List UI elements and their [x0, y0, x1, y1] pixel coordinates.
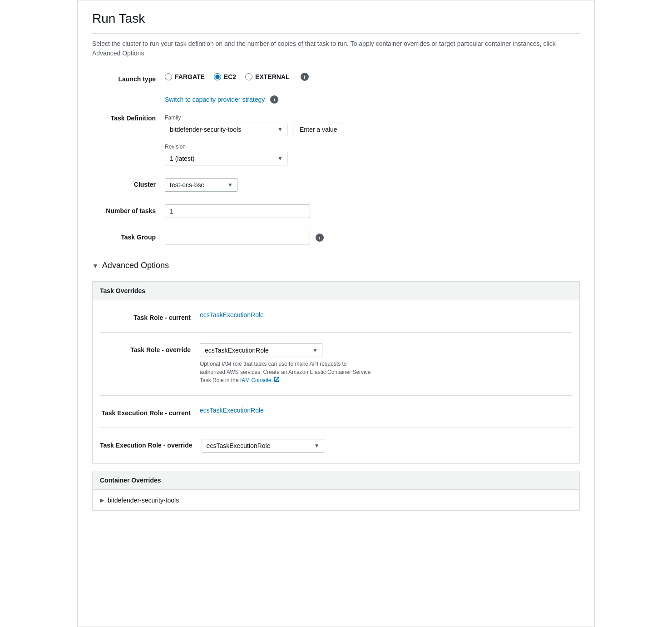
number-of-tasks-row: Number of tasks — [92, 204, 580, 218]
task-exec-role-current-value[interactable]: ecsTaskExecutionRole — [200, 407, 264, 414]
task-group-row: Task Group i — [92, 231, 580, 244]
task-exec-role-current-label: Task Execution Role - current — [100, 407, 200, 417]
external-label: EXTERNAL — [255, 73, 289, 80]
launch-type-info-icon[interactable]: i — [301, 73, 309, 81]
number-of-tasks-input[interactable] — [165, 204, 310, 218]
fargate-radio[interactable] — [165, 73, 172, 80]
page-description: Select the cluster to run your task defi… — [92, 39, 580, 58]
capacity-row: Switch to capacity provider strategy i — [165, 95, 580, 104]
task-group-label: Task Group — [92, 231, 165, 241]
task-group-info-icon[interactable]: i — [316, 234, 324, 242]
family-label: Family — [165, 114, 580, 121]
task-exec-role-override-row: Task Execution Role - override ecsTaskEx… — [100, 439, 572, 453]
revision-label: Revision — [165, 144, 580, 150]
capacity-info-icon[interactable]: i — [270, 95, 278, 104]
cluster-select[interactable]: test-ecs-bsc — [165, 178, 237, 192]
container-chevron-icon: ▶ — [100, 497, 104, 503]
family-select-wrapper: bitdefender-security-tools ▼ — [165, 123, 287, 136]
collapse-icon: ▼ — [92, 262, 99, 269]
task-role-override-row: Task Role - override ecsTaskExecutionRol… — [100, 343, 572, 396]
launch-type-controls: FARGATE EC2 EXTERNAL i — [165, 73, 580, 81]
task-definition-controls: Family bitdefender-security-tools ▼ Ente… — [165, 114, 580, 165]
ec2-label: EC2 — [224, 73, 236, 80]
number-of-tasks-controls — [165, 204, 580, 218]
advanced-options-label: Advanced Options — [102, 261, 169, 270]
advanced-options-header[interactable]: ▼ Advanced Options — [92, 257, 580, 274]
task-role-override-select-wrapper: ecsTaskExecutionRole ▼ — [200, 343, 322, 357]
task-role-current-row: Task Role - current ecsTaskExecutionRole — [100, 311, 572, 333]
task-role-override-select[interactable]: ecsTaskExecutionRole — [200, 343, 322, 357]
task-group-controls: i — [165, 231, 580, 244]
revision-section: Revision 1 (latest) ▼ — [165, 144, 580, 165]
revision-select[interactable]: 1 (latest) — [165, 152, 287, 165]
advanced-options-section: ▼ Advanced Options Task Overrides Task R… — [92, 257, 580, 511]
cluster-row: Cluster test-ecs-bsc ▼ — [92, 178, 580, 192]
task-role-help-text: Optional IAM role that tasks can use to … — [200, 360, 372, 384]
cluster-label: Cluster — [92, 178, 165, 188]
ec2-radio[interactable] — [214, 73, 221, 80]
task-group-input[interactable] — [165, 231, 310, 244]
task-group-wrapper: i — [165, 231, 580, 244]
container-name: bitdefender-security-tools — [108, 497, 179, 504]
external-link-icon — [274, 377, 279, 382]
page-container: Run Task Select the cluster to run your … — [77, 0, 595, 627]
launch-type-section: Launch type FARGATE EC2 EXTERNAL — [92, 73, 580, 114]
page-title: Run Task — [92, 11, 580, 34]
task-overrides-content: Task Role - current ecsTaskExecutionRole… — [93, 300, 579, 463]
cluster-select-wrapper: test-ecs-bsc ▼ — [165, 178, 237, 192]
task-overrides-header: Task Overrides — [93, 282, 579, 300]
cluster-controls: test-ecs-bsc ▼ — [165, 178, 580, 192]
capacity-link[interactable]: Switch to capacity provider strategy — [165, 96, 265, 103]
ec2-option[interactable]: EC2 — [214, 73, 236, 80]
task-role-override-label: Task Role - override — [100, 343, 200, 353]
family-select[interactable]: bitdefender-security-tools — [165, 123, 287, 136]
task-exec-role-override-label: Task Execution Role - override — [100, 439, 202, 449]
iam-console-link[interactable]: IAM Console — [240, 377, 279, 383]
task-exec-role-current-controls: ecsTaskExecutionRole — [200, 407, 572, 414]
container-item-row[interactable]: ▶ bitdefender-security-tools — [93, 490, 579, 510]
task-role-override-controls: ecsTaskExecutionRole ▼ Optional IAM role… — [200, 343, 572, 384]
task-exec-role-override-select-wrapper: ecsTaskExecutionRole ▼ — [202, 439, 324, 453]
task-definition-row: Task Definition Family bitdefender-secur… — [92, 114, 580, 165]
revision-select-wrapper: 1 (latest) ▼ — [165, 152, 287, 165]
task-role-current-value[interactable]: ecsTaskExecutionRole — [200, 311, 264, 318]
launch-type-row: Launch type FARGATE EC2 EXTERNAL — [92, 73, 580, 83]
task-definition-label: Task Definition — [92, 114, 165, 122]
launch-type-radio-group: FARGATE EC2 EXTERNAL i — [165, 73, 580, 81]
task-exec-role-override-controls: ecsTaskExecutionRole ▼ — [202, 439, 572, 453]
container-overrides-box: Container Overrides ▶ bitdefender-securi… — [92, 471, 580, 511]
task-role-current-label: Task Role - current — [100, 311, 200, 321]
task-def-family-row: bitdefender-security-tools ▼ Enter a val… — [165, 123, 580, 136]
external-radio[interactable] — [245, 73, 252, 80]
task-exec-role-current-row: Task Execution Role - current ecsTaskExe… — [100, 407, 572, 428]
task-exec-role-override-select[interactable]: ecsTaskExecutionRole — [202, 439, 324, 453]
task-overrides-box: Task Overrides Task Role - current ecsTa… — [92, 281, 580, 464]
container-overrides-header: Container Overrides — [93, 471, 579, 490]
enter-value-button[interactable]: Enter a value — [293, 123, 344, 136]
task-role-current-controls: ecsTaskExecutionRole — [200, 311, 572, 318]
fargate-label: FARGATE — [175, 73, 205, 80]
external-option[interactable]: EXTERNAL — [245, 73, 289, 80]
number-of-tasks-label: Number of tasks — [92, 204, 165, 214]
launch-type-label: Launch type — [92, 73, 165, 83]
fargate-option[interactable]: FARGATE — [165, 73, 205, 80]
